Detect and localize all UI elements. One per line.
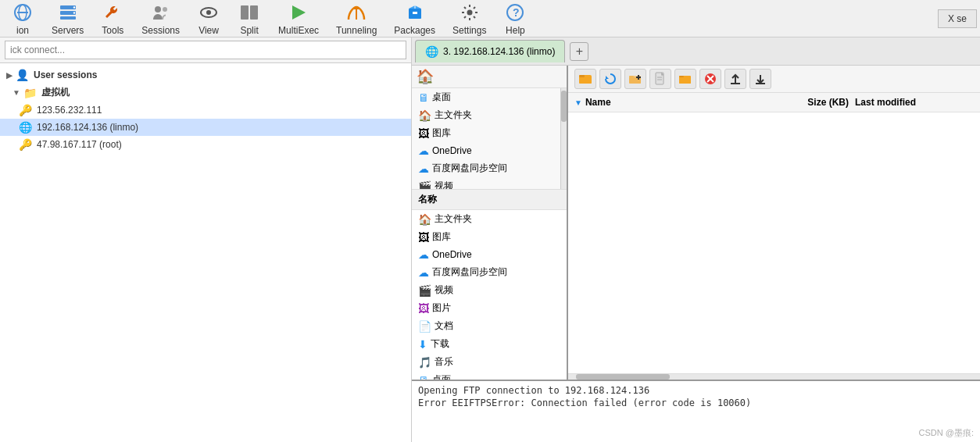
local-picture-label: 图片: [432, 301, 451, 315]
local-bottom-header: 名称: [412, 190, 567, 210]
top-tree-desktop[interactable]: 🖥 桌面: [412, 88, 567, 106]
local-item-desktop[interactable]: 🖥 桌面: [412, 371, 567, 380]
svg-rect-26: [579, 75, 585, 77]
session2-icon: 🌐: [19, 121, 32, 134]
svg-rect-12: [241, 5, 249, 20]
menu-servers[interactable]: Servers: [44, 0, 91, 39]
local-toolbar: 🏠: [412, 66, 567, 88]
local-item-onedrive[interactable]: ☁ OneDrive: [412, 246, 567, 263]
menu-sessions[interactable]: Sessions: [134, 0, 188, 39]
local-video-label: 视频: [435, 283, 453, 297]
video-top-icon: 🎬: [418, 180, 431, 191]
toolbar-folder2[interactable]: [674, 69, 696, 89]
top-baidu-label: 百度网盘同步空间: [432, 162, 507, 175]
top-tree-home[interactable]: 🏠 主文件夹: [412, 106, 567, 124]
multiexec-icon: [288, 2, 309, 23]
menu-packages[interactable]: Packages: [386, 0, 443, 39]
local-top-tree: 🖥 桌面 🏠 主文件夹 🖼 图库: [412, 88, 567, 190]
user-sessions-expand-icon: ▶: [6, 71, 13, 80]
local-top-vscroll[interactable]: [560, 88, 567, 189]
help-label: Help: [506, 25, 525, 36]
menu-split[interactable]: Split: [230, 0, 269, 39]
quick-connect-input[interactable]: [5, 41, 406, 59]
local-doc-label: 文档: [435, 319, 453, 333]
add-tab-button[interactable]: +: [570, 42, 588, 61]
session-item-2[interactable]: 🌐 192.168.124.136 (linmo): [0, 119, 411, 136]
session3-label: 47.98.167.117 (root): [37, 139, 122, 150]
local-item-picture[interactable]: 🖼 图片: [412, 299, 567, 317]
local-home-icon[interactable]: 🏠: [417, 68, 434, 85]
connection-label: ion: [16, 25, 29, 36]
add-tab-icon: +: [576, 45, 583, 59]
local-item-video[interactable]: 🎬 视频: [412, 281, 567, 299]
top-tree-gallery[interactable]: 🖼 图库: [412, 124, 567, 142]
top-gallery-label: 图库: [432, 127, 451, 140]
remote-hscroll[interactable]: [568, 373, 980, 380]
multiexec-label: MultiExec: [278, 25, 319, 36]
header-size[interactable]: Size (KB): [771, 97, 849, 108]
local-bottom-tree: 名称 🏠 主文件夹 🖼 图库 ☁: [412, 190, 567, 380]
svg-point-6: [73, 6, 74, 8]
local-item-music[interactable]: 🎵 音乐: [412, 353, 567, 371]
sort-arrow-icon: ▼: [574, 98, 582, 107]
log-line-1: Opening FTP connection to 192.168.124.13…: [418, 384, 974, 397]
top-onedrive-label: OneDrive: [432, 145, 472, 156]
toolbar-refresh[interactable]: [599, 69, 621, 89]
local-doc-icon: 📄: [418, 320, 431, 333]
menu-settings[interactable]: Settings: [445, 0, 494, 39]
local-panel: 🏠 🖥 桌面 🏠 主文件夹: [412, 66, 568, 380]
local-item-gallery[interactable]: 🖼 图库: [412, 228, 567, 246]
local-item-download[interactable]: ⬇ 下载: [412, 335, 567, 353]
watermark: CSDN @墨痕:: [919, 427, 974, 439]
view-icon: [198, 2, 220, 23]
local-gallery-label: 图库: [432, 230, 451, 244]
header-name[interactable]: ▼ Name: [574, 97, 771, 108]
connection-icon: [12, 2, 34, 23]
top-video-label: 视频: [435, 180, 453, 190]
baidu-top-icon: ☁: [418, 162, 429, 175]
local-desktop-label: 桌面: [432, 373, 451, 380]
session1-icon: 🔑: [19, 104, 32, 116]
vm-label: 虚拟机: [41, 86, 70, 99]
local-item-doc[interactable]: 📄 文档: [412, 317, 567, 335]
user-sessions-header[interactable]: ▶ 👤 User sessions: [0, 66, 411, 84]
toolbar-upload[interactable]: [724, 69, 746, 89]
local-item-home[interactable]: 🏠 主文件夹: [412, 210, 567, 228]
sessions-icon: [150, 2, 172, 23]
local-item-baidu[interactable]: ☁ 百度网盘同步空间: [412, 263, 567, 281]
vm-folder-header[interactable]: ▼ 📁 虚拟机: [0, 84, 411, 102]
x-session-button[interactable]: X se: [938, 9, 977, 28]
tab-globe-icon: 🌐: [425, 45, 438, 58]
svg-rect-30: [629, 76, 634, 77]
session-item-3[interactable]: 🔑 47.98.167.117 (root): [0, 136, 411, 153]
settings-icon: [459, 2, 481, 23]
toolbar-folder-go[interactable]: [574, 69, 596, 89]
menu-connection[interactable]: ion: [3, 0, 42, 39]
header-name-label: Name: [585, 97, 611, 108]
right-panel: 🌐 3. 192.168.124.136 (linmo) + 🏠: [412, 37, 980, 442]
toolbar-file[interactable]: [649, 69, 671, 89]
menu-tunneling[interactable]: Tunneling: [328, 0, 384, 39]
sessions-label: Sessions: [141, 25, 180, 36]
local-onedrive-icon: ☁: [418, 248, 429, 261]
toolbar-download[interactable]: [749, 69, 771, 89]
local-onedrive-label: OneDrive: [432, 249, 472, 260]
top-tree-baidu[interactable]: ☁ 百度网盘同步空间: [412, 159, 567, 177]
menu-multiexec[interactable]: MultiExec: [270, 0, 327, 39]
session-item-1[interactable]: 🔑 123.56.232.111: [0, 102, 411, 119]
top-tree-video[interactable]: 🎬 视频: [412, 177, 567, 190]
menu-help[interactable]: ? Help: [495, 0, 535, 39]
toolbar-close[interactable]: [699, 69, 721, 89]
menu-tools[interactable]: Tools: [93, 0, 132, 39]
local-download-icon: ⬇: [418, 338, 427, 351]
header-modified[interactable]: Last modified: [849, 97, 974, 108]
toolbar-new-folder[interactable]: [624, 69, 646, 89]
log-panel: Opening FTP connection to 192.168.124.13…: [412, 380, 980, 442]
desktop-top-icon: 🖥: [418, 91, 429, 104]
menu-view[interactable]: View: [189, 0, 228, 39]
top-tree-onedrive[interactable]: ☁ OneDrive: [412, 142, 567, 159]
local-music-label: 音乐: [435, 355, 453, 369]
sftp-tab[interactable]: 🌐 3. 192.168.124.136 (linmo): [415, 40, 565, 62]
remote-panel: ▼ Name Size (KB) Last modified: [568, 66, 980, 380]
packages-label: Packages: [394, 25, 435, 36]
